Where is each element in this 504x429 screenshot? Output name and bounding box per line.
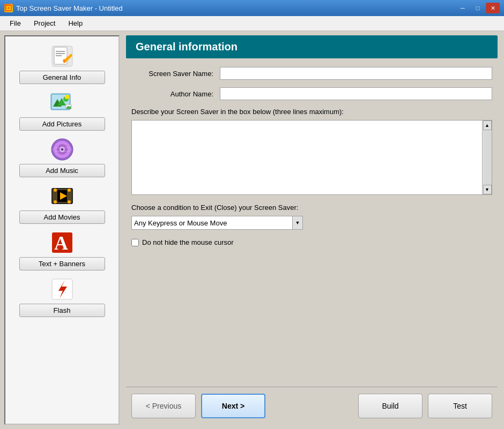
- author-name-row: Author Name:: [131, 87, 492, 100]
- flash-button[interactable]: Flash: [19, 304, 105, 317]
- add-pictures-button[interactable]: Add Pictures: [19, 117, 105, 131]
- sidebar-item-flash[interactable]: Flash: [19, 276, 105, 321]
- description-label: Describe your Screen Saver in the box be…: [131, 108, 492, 116]
- bottom-bar: < Previous Next > Build Test: [126, 387, 498, 425]
- condition-select-container: Any Keypress or Mouse Move Any Keypress …: [131, 216, 303, 230]
- checkbox-row: Do not hide the mouse cursor: [131, 238, 492, 246]
- screen-saver-name-input[interactable]: [220, 67, 492, 80]
- text-banners-button[interactable]: Text + Banners: [19, 257, 105, 270]
- svg-point-2: [8, 7, 10, 9]
- add-movies-button[interactable]: Add Movies: [19, 210, 105, 224]
- description-textarea[interactable]: [132, 121, 482, 194]
- build-button[interactable]: Build: [358, 394, 423, 418]
- svg-point-22: [61, 148, 63, 150]
- description-wrapper: ▲ ▼: [131, 120, 492, 195]
- condition-section: Choose a condition to Exit (Close) your …: [131, 204, 492, 230]
- hide-mouse-checkbox[interactable]: [131, 239, 139, 246]
- previous-button[interactable]: < Previous: [131, 394, 196, 418]
- sidebar-item-general-info[interactable]: General Info: [19, 43, 105, 88]
- svg-point-28: [54, 200, 57, 204]
- section-title: General information: [136, 41, 238, 52]
- content-area: General information Screen Saver Name: A…: [124, 31, 504, 429]
- svg-point-15: [65, 95, 69, 99]
- sidebar-item-text-banners[interactable]: A Text + Banners: [19, 229, 105, 275]
- section-header: General information: [126, 35, 498, 58]
- svg-point-29: [68, 200, 71, 204]
- window-title: Top Screen Saver Maker - Untitled: [16, 4, 123, 12]
- add-movies-icon: [49, 183, 76, 209]
- sidebar-item-add-music[interactable]: Add Music: [19, 136, 105, 182]
- description-section: Describe your Screen Saver in the box be…: [131, 108, 492, 195]
- app-icon: [4, 4, 13, 12]
- svg-text:A: A: [54, 232, 68, 254]
- maximize-button[interactable]: □: [471, 3, 485, 13]
- description-scrollbar: ▲ ▼: [482, 121, 492, 194]
- svg-point-27: [68, 189, 71, 192]
- test-button[interactable]: Test: [428, 394, 492, 418]
- svg-point-26: [54, 189, 57, 192]
- sidebar: General Info Add Pictures: [4, 35, 120, 425]
- screen-saver-name-row: Screen Saver Name:: [131, 67, 492, 80]
- close-button[interactable]: ✕: [486, 3, 500, 13]
- hide-mouse-label: Do not hide the mouse cursor: [142, 238, 234, 246]
- menu-help[interactable]: Help: [63, 17, 88, 29]
- form-area: Screen Saver Name: Author Name: Describe…: [126, 67, 498, 387]
- title-bar-left: Top Screen Saver Maker - Untitled: [4, 4, 123, 12]
- scrollbar-down-button[interactable]: ▼: [483, 185, 492, 194]
- general-info-button[interactable]: General Info: [19, 71, 105, 84]
- condition-select-wrapper: Any Keypress or Mouse Move Any Keypress …: [131, 216, 492, 230]
- main-layout: General Info Add Pictures: [0, 31, 504, 429]
- add-music-button[interactable]: Add Music: [19, 164, 105, 177]
- minimize-button[interactable]: ─: [456, 3, 470, 13]
- sidebar-item-add-pictures[interactable]: Add Pictures: [19, 89, 105, 135]
- menu-bar: File Project Help: [0, 16, 504, 31]
- scrollbar-track: [483, 130, 492, 185]
- general-info-icon: [49, 43, 76, 70]
- condition-label: Choose a condition to Exit (Close) your …: [131, 204, 492, 212]
- add-pictures-icon: [49, 89, 76, 116]
- screen-saver-name-label: Screen Saver Name:: [131, 70, 220, 78]
- menu-file[interactable]: File: [4, 17, 26, 29]
- next-button[interactable]: Next >: [201, 394, 265, 418]
- condition-select[interactable]: Any Keypress or Mouse Move Any Keypress …: [131, 216, 303, 230]
- sidebar-item-add-movies[interactable]: Add Movies: [19, 183, 105, 228]
- author-name-input[interactable]: [220, 87, 492, 100]
- add-music-icon: [49, 136, 76, 163]
- author-name-label: Author Name:: [131, 90, 220, 98]
- flash-icon: [49, 276, 76, 303]
- menu-project[interactable]: Project: [28, 17, 61, 29]
- text-banners-icon: A: [49, 229, 76, 256]
- title-bar-controls: ─ □ ✕: [456, 3, 500, 13]
- scrollbar-up-button[interactable]: ▲: [483, 121, 492, 130]
- title-bar: Top Screen Saver Maker - Untitled ─ □ ✕: [0, 0, 504, 16]
